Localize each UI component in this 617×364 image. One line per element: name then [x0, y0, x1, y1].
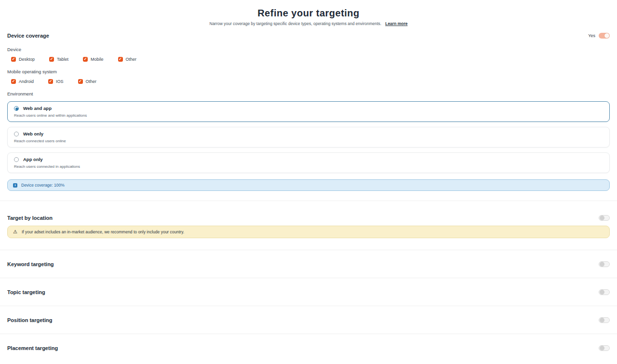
target-by-location-toggle[interactable]	[599, 215, 610, 221]
subtitle-text: Narrow your coverage by targeting specif…	[210, 21, 382, 26]
environment-label: Environment	[7, 91, 610, 96]
section-position-targeting: Position targeting	[7, 306, 610, 334]
toggle-knob	[600, 290, 604, 295]
info-banner-text: Device coverage: 100%	[21, 183, 65, 188]
placement-targeting-toggle[interactable]	[599, 345, 610, 351]
checkbox-label: Mobile	[91, 57, 104, 62]
checkbox-checked-icon: ✓	[48, 79, 53, 84]
card-title: Web and app	[23, 106, 52, 111]
checkbox-checked-icon: ✓	[78, 79, 83, 84]
refine-targeting-page: Refine your targeting Narrow your covera…	[0, 0, 617, 362]
toggle-knob	[600, 216, 604, 220]
card-title: Web only	[23, 131, 43, 136]
device-coverage-header-row: Device coverage Yes	[7, 33, 610, 39]
card-description: Reach users connected in applications	[14, 164, 603, 169]
card-description: Reach users online and within applicatio…	[14, 113, 603, 118]
checkbox-checked-icon: ✓	[49, 57, 54, 62]
os-checkbox-row: ✓ Android ✓ IOS ✓ Other	[11, 79, 610, 84]
card-description: Reach connected users online	[14, 139, 603, 143]
section-placement-targeting: Placement targeting	[7, 334, 610, 362]
page-header: Refine your targeting Narrow your covera…	[7, 0, 610, 26]
card-head: App only	[14, 157, 603, 162]
checkbox-label: Other	[126, 57, 137, 62]
checkbox-label: Desktop	[19, 57, 35, 62]
warning-text: If your adset includes an in-market audi…	[22, 229, 184, 234]
card-head: Web and app	[14, 106, 603, 111]
position-targeting-title: Position targeting	[7, 317, 53, 323]
keyword-targeting-title: Keyword targeting	[7, 261, 54, 267]
toggle-knob	[600, 318, 604, 323]
position-targeting-toggle[interactable]	[599, 317, 610, 323]
device-coverage-info-banner: i Device coverage: 100%	[7, 179, 610, 191]
toggle-knob	[600, 262, 604, 267]
checkbox-label: Other	[86, 79, 97, 84]
checkbox-checked-icon: ✓	[118, 57, 123, 62]
topic-targeting-toggle[interactable]	[599, 289, 610, 295]
checkbox-desktop[interactable]: ✓ Desktop	[11, 57, 35, 62]
environment-card-web-only[interactable]: Web only Reach connected users online	[7, 127, 610, 148]
divider	[0, 201, 617, 201]
checkbox-tablet[interactable]: ✓ Tablet	[49, 57, 68, 62]
device-coverage-toggle[interactable]	[599, 33, 610, 39]
info-icon: i	[13, 183, 17, 188]
checkbox-label: IOS	[56, 79, 64, 84]
checkbox-label: Tablet	[57, 57, 68, 62]
environment-cards: Web and app Reach users online and withi…	[7, 101, 610, 173]
checkbox-os-other[interactable]: ✓ Other	[78, 79, 97, 84]
radio-icon[interactable]	[14, 132, 19, 136]
target-by-location-row: Target by location	[7, 215, 610, 221]
keyword-targeting-toggle[interactable]	[599, 261, 610, 267]
checkbox-device-other[interactable]: ✓ Other	[118, 57, 137, 62]
toggle-knob	[604, 33, 609, 38]
placement-targeting-title: Placement targeting	[7, 345, 58, 351]
toggle-knob	[600, 346, 604, 351]
page-title: Refine your targeting	[7, 8, 610, 19]
checkbox-label: Android	[19, 79, 34, 84]
checkbox-android[interactable]: ✓ Android	[11, 79, 34, 84]
environment-card-app-only[interactable]: App only Reach users connected in applic…	[7, 152, 610, 173]
device-checkbox-row: ✓ Desktop ✓ Tablet ✓ Mobile ✓ Other	[11, 57, 610, 62]
radio-selected-icon[interactable]	[14, 106, 19, 111]
location-warning-banner: ⚠ If your adset includes an in-market au…	[7, 226, 610, 238]
checkbox-mobile[interactable]: ✓ Mobile	[83, 57, 104, 62]
target-by-location-title: Target by location	[7, 215, 53, 221]
device-coverage-toggle-label: Yes	[588, 33, 595, 38]
radio-icon[interactable]	[14, 157, 19, 162]
card-head: Web only	[14, 131, 603, 136]
device-coverage-title: Device coverage	[7, 33, 49, 39]
device-coverage-toggle-wrap: Yes	[588, 33, 610, 39]
warning-icon: ⚠	[13, 229, 17, 234]
environment-card-web-and-app[interactable]: Web and app Reach users online and withi…	[7, 101, 610, 122]
card-title: App only	[23, 157, 43, 162]
checkbox-checked-icon: ✓	[83, 57, 88, 62]
section-keyword-targeting: Keyword targeting	[7, 250, 610, 278]
mobile-os-label: Mobile operating system	[7, 69, 610, 74]
learn-more-link[interactable]: Learn more	[385, 21, 407, 26]
checkbox-checked-icon: ✓	[11, 57, 16, 62]
section-topic-targeting: Topic targeting	[7, 278, 610, 306]
device-label: Device	[7, 47, 610, 52]
topic-targeting-title: Topic targeting	[7, 289, 45, 295]
page-subtitle: Narrow your coverage by targeting specif…	[7, 21, 610, 26]
checkbox-checked-icon: ✓	[11, 79, 16, 84]
checkbox-ios[interactable]: ✓ IOS	[48, 79, 64, 84]
